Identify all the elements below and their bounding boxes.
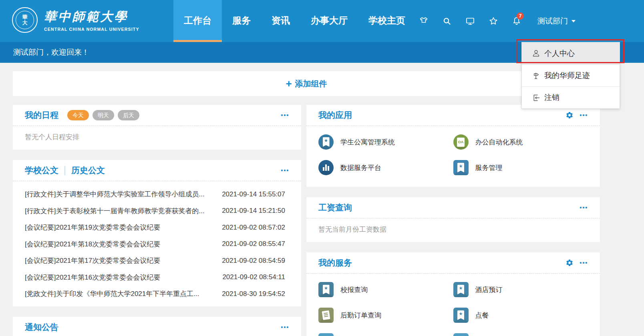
notice-card: 通知公告 [13,317,301,336]
right-column: 我的应用 学生公寓管理系统 OA 办公自动化系统 [306,105,600,336]
user-dropdown-trigger[interactable]: 测试部门 [537,0,576,42]
oa-document-icon: OA [453,134,469,150]
more-options-icon[interactable] [579,260,588,266]
app-item-oa[interactable]: OA 办公自动化系统 [453,132,588,152]
my-services-card: 我的服务 校报查询 酒店预订 [306,252,600,336]
service-item-partial[interactable] [318,331,453,336]
document-row[interactable]: [行政文件]关于调整华中师范大学实验室工作领导小组成员... 2021-09-1… [13,186,301,203]
document-date: 2021-09-02 08:57:02 [222,224,285,232]
document-date: 2021-09-02 08:55:47 [222,240,285,248]
chevron-down-icon [572,20,576,22]
tab-history-documents[interactable]: 历史公文 [71,165,105,176]
app-item-data-platform[interactable]: 数据服务平台 [318,158,453,177]
notification-bell-icon[interactable]: 7 [512,16,521,26]
app-label: 学生公寓管理系统 [340,138,395,147]
nav-tab-service-hall[interactable]: 办事大厅 [300,0,358,42]
tab-divider [64,166,65,175]
menu-item-label: 注销 [544,92,559,103]
seal-char-top: 華 [22,14,28,20]
service-item-partial[interactable] [453,331,588,336]
favorite-star-icon[interactable] [489,16,498,26]
document-row[interactable]: [党政文件]关于印发《华中师范大学2021年下半年重点工... 2021-08-… [13,286,301,302]
nav-tab-workbench[interactable]: 工作台 [173,0,222,42]
award-ribbon-icon [453,160,469,175]
tab-today[interactable]: 今天 [67,110,89,120]
monitor-icon[interactable] [465,16,475,26]
menu-item-footprints[interactable]: 我的华师足迹 [522,64,620,86]
document-title: [会议纪要]2021年第16次党委常委会会议纪要 [25,273,160,282]
document-row[interactable]: [会议纪要]2021年第19次党委常委会会议纪要 2021-09-02 08:5… [13,219,301,236]
document-title: [会议纪要]2021年第17次党委常委会会议纪要 [25,256,160,265]
document-row[interactable]: [会议纪要]2021年第18次党委常委会会议纪要 2021-09-02 08:5… [13,236,301,253]
user-name: 测试部门 [537,16,568,26]
more-options-icon[interactable] [280,112,289,118]
salary-empty-text: 暂无当前月份工资数据 [306,218,600,242]
award-ribbon-icon [318,333,334,336]
receipt-note-icon [318,308,334,323]
service-item-logistics-order[interactable]: 后勤订单查询 [318,306,453,325]
logout-icon [532,94,540,102]
university-name-cn: 華中師範大學 [44,8,139,25]
theme-shirt-icon[interactable] [419,16,429,26]
university-logo[interactable]: 華 大 華中師範大學 CENTRAL CHINA NORMAL UNIVERSI… [12,7,139,33]
document-date: 2021-08-30 19:54:52 [222,290,285,298]
gear-icon[interactable] [566,259,574,267]
menu-item-label: 我的华师足迹 [544,70,590,81]
my-services-title: 我的服务 [318,257,352,268]
service-item-school-paper[interactable]: 校报查询 [318,280,453,299]
main-nav: 工作台 服务 资讯 办事大厅 学校主页 [173,0,416,42]
document-title: [会议纪要]2021年第18次党委常委会会议纪要 [25,240,160,249]
more-options-icon[interactable] [579,112,588,118]
services-grid: 校报查询 酒店预订 后勤订单查询 点餐 [306,274,600,336]
app-label: 办公自动化系统 [475,138,523,147]
salary-title: 工资查询 [318,202,352,213]
more-options-icon[interactable] [280,324,289,330]
document-row[interactable]: [会议纪要]2021年第17次党委常委会会议纪要 2021-09-02 08:5… [13,252,301,269]
service-item-meal-order[interactable]: 点餐 [453,306,588,325]
service-item-hotel[interactable]: 酒店预订 [453,280,588,299]
schedule-card: 我的日程 今天 明天 后天 暂无个人日程安排 [13,105,301,150]
document-row[interactable]: [行政文件]关于表彰校第十一届青年教师教学竞赛获奖者的... 2021-09-1… [13,203,301,220]
app-label: 服务管理 [475,163,503,172]
award-ribbon-icon [453,333,469,336]
tab-day-after[interactable]: 后天 [118,110,139,120]
apps-grid: 学生公寓管理系统 OA 办公自动化系统 数据服务平台 服务管理 [306,126,600,187]
notice-title: 通知公告 [25,322,58,333]
menu-item-logout[interactable]: 注销 [522,86,620,108]
app-item-service-mgmt[interactable]: 服务管理 [453,158,588,177]
document-date: 2021-09-14 15:21:50 [222,207,285,215]
seal-char-bottom: 大 [22,20,28,26]
university-name-en: CENTRAL CHINA NORMAL UNIVERSITY [44,27,139,32]
add-widget-button[interactable]: + 添加组件 [13,71,600,96]
main-content: + 添加组件 我的日程 今天 明天 后天 暂无个人日程安排 [13,71,600,336]
schedule-empty-text: 暂无个人日程安排 [13,126,301,150]
tab-school-documents[interactable]: 学校公文 [25,165,58,176]
my-apps-title: 我的应用 [318,110,352,121]
document-date: 2021-09-02 08:54:11 [222,273,285,281]
more-options-icon[interactable] [579,204,588,211]
service-label: 点餐 [475,311,489,320]
salary-card: 工资查询 暂无当前月份工资数据 [306,197,600,242]
top-navbar: 華 大 華中師範大學 CENTRAL CHINA NORMAL UNIVERSI… [0,0,644,42]
tab-tomorrow[interactable]: 明天 [93,110,114,120]
nav-tab-school-home[interactable]: 学校主页 [358,0,416,42]
document-date: 2021-09-14 15:55:07 [222,190,285,198]
my-apps-card: 我的应用 学生公寓管理系统 OA 办公自动化系统 [306,105,600,187]
award-ribbon-icon [453,282,469,297]
document-title: [行政文件]关于表彰校第十一届青年教师教学竞赛获奖者的... [25,206,205,216]
navbar-icons: 7 [419,0,521,42]
nav-tab-news[interactable]: 资讯 [261,0,300,42]
search-icon[interactable] [442,16,452,26]
gear-icon[interactable] [566,111,574,119]
nav-tab-services[interactable]: 服务 [222,0,261,42]
document-title: [行政文件]关于调整华中师范大学实验室工作领导小组成员... [25,190,205,199]
app-item-dormitory[interactable]: 学生公寓管理系统 [318,132,453,152]
menu-item-personal-center[interactable]: 个人中心 [522,42,620,64]
add-widget-label: 添加组件 [295,78,327,89]
more-options-icon[interactable] [280,167,289,174]
document-date: 2021-09-02 08:54:59 [222,257,285,265]
service-label: 校报查询 [340,285,368,294]
schedule-title: 我的日程 [25,110,58,121]
service-label: 后勤订单查询 [340,311,381,320]
document-row[interactable]: [会议纪要]2021年第16次党委常委会会议纪要 2021-09-02 08:5… [13,269,301,286]
